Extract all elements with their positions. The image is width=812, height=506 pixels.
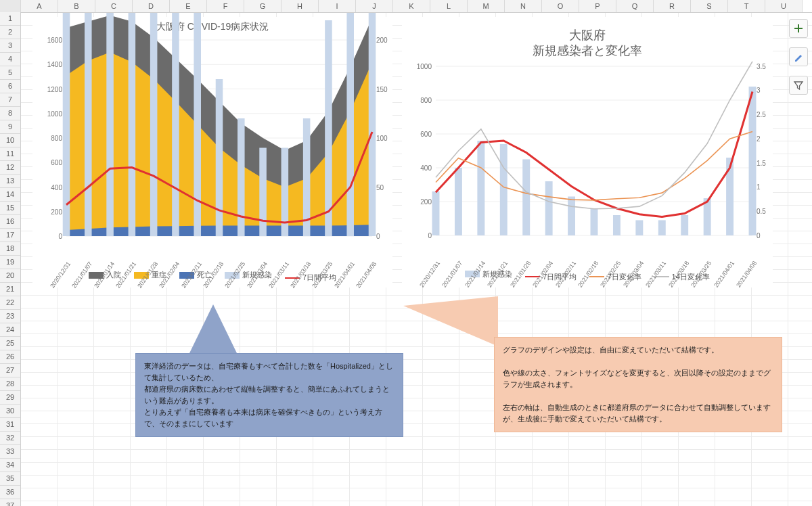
row-header-20[interactable]: 20 xyxy=(0,269,20,283)
svg-rect-40 xyxy=(658,220,666,235)
svg-rect-37 xyxy=(591,208,598,235)
col-header-M[interactable]: M xyxy=(468,0,505,12)
col-header-I[interactable]: I xyxy=(319,0,356,12)
row-header-5[interactable]: 5 xyxy=(0,66,20,80)
chart-filters-button[interactable] xyxy=(789,76,808,95)
col-header-O[interactable]: O xyxy=(542,0,579,12)
svg-rect-10 xyxy=(85,0,92,236)
svg-rect-17 xyxy=(238,118,245,236)
svg-rect-41 xyxy=(681,215,688,235)
svg-rect-14 xyxy=(172,0,179,236)
col-header-Q[interactable]: Q xyxy=(616,0,654,12)
row-header-37[interactable]: 37 xyxy=(0,499,20,506)
row-header-33[interactable]: 33 xyxy=(0,445,20,459)
row-header-12[interactable]: 12 xyxy=(0,161,20,175)
column-headers: ABCDEFGHIJKLMNOPQRSTU xyxy=(0,0,812,13)
row-header-16[interactable]: 16 xyxy=(0,215,20,229)
chart-styles-button[interactable] xyxy=(789,47,808,66)
svg-rect-39 xyxy=(635,220,643,235)
col-header-P[interactable]: P xyxy=(579,0,616,12)
row-header-9[interactable]: 9 xyxy=(0,120,20,134)
row-header-31[interactable]: 31 xyxy=(0,418,20,432)
callout-blue-pointer xyxy=(189,304,237,353)
row-header-24[interactable]: 24 xyxy=(0,323,20,337)
row-header-35[interactable]: 35 xyxy=(0,472,20,486)
row-header-8[interactable]: 8 xyxy=(0,107,20,120)
svg-rect-13 xyxy=(150,0,158,236)
row-header-26[interactable]: 26 xyxy=(0,350,20,364)
row-header-3[interactable]: 3 xyxy=(0,39,20,53)
row-header-14[interactable]: 14 xyxy=(0,188,20,202)
row-header-19[interactable]: 19 xyxy=(0,256,20,269)
col-header-H[interactable]: H xyxy=(281,0,319,12)
col-header-L[interactable]: L xyxy=(430,0,468,12)
col-header-F[interactable]: F xyxy=(207,0,244,12)
col-header-T[interactable]: T xyxy=(728,0,765,12)
chart2-title: 大阪府新規感染者と変化率 xyxy=(402,28,773,60)
row-header-11[interactable]: 11 xyxy=(0,147,20,161)
col-header-R[interactable]: R xyxy=(654,0,691,12)
svg-rect-11 xyxy=(106,0,114,236)
row-header-18[interactable]: 18 xyxy=(0,242,20,256)
chart-elements-button[interactable] xyxy=(789,19,808,38)
row-header-4[interactable]: 4 xyxy=(0,53,20,66)
chart-new-cases-rate[interactable]: 大阪府新規感染者と変化率 02004006008001000 00.511.52… xyxy=(402,17,773,288)
col-header-U[interactable]: U xyxy=(765,0,803,12)
row-header-7[interactable]: 7 xyxy=(0,93,20,107)
svg-rect-31 xyxy=(455,168,462,235)
svg-rect-16 xyxy=(216,79,223,236)
col-header-C[interactable]: C xyxy=(95,0,133,12)
svg-rect-12 xyxy=(129,0,136,236)
svg-rect-33 xyxy=(500,144,508,235)
svg-rect-32 xyxy=(477,141,484,235)
row-header-36[interactable]: 36 xyxy=(0,486,20,499)
col-header-G[interactable]: G xyxy=(244,0,281,12)
row-header-29[interactable]: 29 xyxy=(0,391,20,405)
svg-rect-36 xyxy=(568,196,575,235)
col-header-corner[interactable] xyxy=(0,0,21,12)
row-header-15[interactable]: 15 xyxy=(0,202,20,215)
chart-side-tools xyxy=(789,19,808,95)
row-header-23[interactable]: 23 xyxy=(0,310,20,323)
svg-rect-22 xyxy=(346,0,354,236)
col-header-K[interactable]: K xyxy=(393,0,430,12)
row-header-34[interactable]: 34 xyxy=(0,459,20,472)
row-header-10[interactable]: 10 xyxy=(0,134,20,147)
row-header-13[interactable]: 13 xyxy=(0,175,20,188)
col-header-A[interactable]: A xyxy=(21,0,58,12)
row-header-32[interactable]: 32 xyxy=(0,432,20,445)
col-header-J[interactable]: J xyxy=(356,0,393,12)
row-header-6[interactable]: 6 xyxy=(0,80,20,93)
col-header-S[interactable]: S xyxy=(691,0,728,12)
col-header-D[interactable]: D xyxy=(133,0,170,12)
row-header-21[interactable]: 21 xyxy=(0,283,20,296)
row-header-30[interactable]: 30 xyxy=(0,405,20,418)
row-header-22[interactable]: 22 xyxy=(0,296,20,310)
col-header-B[interactable]: B xyxy=(58,0,95,12)
callout-blue[interactable]: 東洋経済のデータは、自宅療養もすべて合計した数を「Hospitalized」とし… xyxy=(135,353,403,437)
row-headers: 1234567891011121314151617181920212223242… xyxy=(0,12,21,506)
svg-rect-35 xyxy=(545,181,553,235)
row-header-27[interactable]: 27 xyxy=(0,364,20,377)
row-header-2[interactable]: 2 xyxy=(0,26,20,39)
row-header-17[interactable]: 17 xyxy=(0,229,20,242)
row-header-1[interactable]: 1 xyxy=(0,12,20,26)
callout-orange[interactable]: グラフのデザインや設定は、自由に変えていただいて結構です。色や線の太さ、フォント… xyxy=(494,337,782,432)
svg-rect-18 xyxy=(259,148,267,237)
chart2-plot: 02004006008001000 00.511.522.533.5 2020/… xyxy=(436,66,752,235)
callout-orange-pointer xyxy=(403,296,498,346)
col-header-E[interactable]: E xyxy=(170,0,207,12)
svg-rect-21 xyxy=(325,20,332,236)
col-header-N[interactable]: N xyxy=(505,0,542,12)
chart-bed-status[interactable]: 大阪府 COVID-19病床状況 02004006008001000120014… xyxy=(32,17,392,288)
svg-rect-38 xyxy=(613,215,621,235)
row-header-28[interactable]: 28 xyxy=(0,377,20,391)
chart1-plot: 02004006008001000120014001600 0501001502… xyxy=(66,40,372,236)
svg-rect-34 xyxy=(522,159,530,235)
row-header-25[interactable]: 25 xyxy=(0,337,20,350)
